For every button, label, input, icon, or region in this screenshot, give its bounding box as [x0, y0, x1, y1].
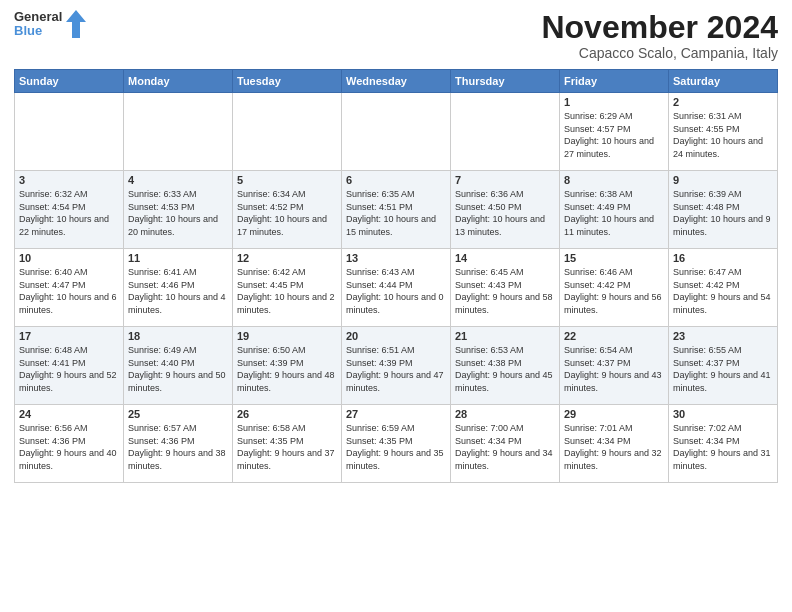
header-monday: Monday [124, 70, 233, 93]
day-info: Sunrise: 6:51 AMSunset: 4:39 PMDaylight:… [346, 345, 444, 393]
day-info: Sunrise: 6:58 AMSunset: 4:35 PMDaylight:… [237, 423, 335, 471]
day-number: 4 [128, 174, 228, 186]
calendar-day-cell [342, 93, 451, 171]
calendar-day-cell: 8 Sunrise: 6:38 AMSunset: 4:49 PMDayligh… [560, 171, 669, 249]
calendar-day-cell [451, 93, 560, 171]
calendar-day-cell: 25 Sunrise: 6:57 AMSunset: 4:36 PMDaylig… [124, 405, 233, 483]
day-number: 27 [346, 408, 446, 420]
calendar-day-cell: 14 Sunrise: 6:45 AMSunset: 4:43 PMDaylig… [451, 249, 560, 327]
calendar-day-cell: 27 Sunrise: 6:59 AMSunset: 4:35 PMDaylig… [342, 405, 451, 483]
day-number: 9 [673, 174, 773, 186]
calendar-day-cell [124, 93, 233, 171]
day-number: 17 [19, 330, 119, 342]
header-saturday: Saturday [669, 70, 778, 93]
calendar-week-row: 17 Sunrise: 6:48 AMSunset: 4:41 PMDaylig… [15, 327, 778, 405]
logo-triangle-icon [66, 10, 86, 38]
calendar-day-cell: 1 Sunrise: 6:29 AMSunset: 4:57 PMDayligh… [560, 93, 669, 171]
weekday-header-row: Sunday Monday Tuesday Wednesday Thursday… [15, 70, 778, 93]
day-info: Sunrise: 6:57 AMSunset: 4:36 PMDaylight:… [128, 423, 226, 471]
day-info: Sunrise: 6:31 AMSunset: 4:55 PMDaylight:… [673, 111, 763, 159]
calendar-day-cell: 30 Sunrise: 7:02 AMSunset: 4:34 PMDaylig… [669, 405, 778, 483]
calendar-day-cell: 28 Sunrise: 7:00 AMSunset: 4:34 PMDaylig… [451, 405, 560, 483]
day-info: Sunrise: 6:42 AMSunset: 4:45 PMDaylight:… [237, 267, 335, 315]
calendar-week-row: 24 Sunrise: 6:56 AMSunset: 4:36 PMDaylig… [15, 405, 778, 483]
calendar-day-cell: 18 Sunrise: 6:49 AMSunset: 4:40 PMDaylig… [124, 327, 233, 405]
month-title: November 2024 [541, 10, 778, 45]
day-info: Sunrise: 6:40 AMSunset: 4:47 PMDaylight:… [19, 267, 117, 315]
calendar-day-cell: 10 Sunrise: 6:40 AMSunset: 4:47 PMDaylig… [15, 249, 124, 327]
calendar-day-cell: 17 Sunrise: 6:48 AMSunset: 4:41 PMDaylig… [15, 327, 124, 405]
day-number: 8 [564, 174, 664, 186]
calendar-week-row: 10 Sunrise: 6:40 AMSunset: 4:47 PMDaylig… [15, 249, 778, 327]
calendar-day-cell: 13 Sunrise: 6:43 AMSunset: 4:44 PMDaylig… [342, 249, 451, 327]
day-number: 11 [128, 252, 228, 264]
day-number: 3 [19, 174, 119, 186]
day-number: 23 [673, 330, 773, 342]
day-info: Sunrise: 6:43 AMSunset: 4:44 PMDaylight:… [346, 267, 444, 315]
day-number: 28 [455, 408, 555, 420]
day-info: Sunrise: 6:46 AMSunset: 4:42 PMDaylight:… [564, 267, 662, 315]
calendar-day-cell: 26 Sunrise: 6:58 AMSunset: 4:35 PMDaylig… [233, 405, 342, 483]
header-thursday: Thursday [451, 70, 560, 93]
calendar-day-cell: 20 Sunrise: 6:51 AMSunset: 4:39 PMDaylig… [342, 327, 451, 405]
calendar-day-cell: 12 Sunrise: 6:42 AMSunset: 4:45 PMDaylig… [233, 249, 342, 327]
day-info: Sunrise: 6:47 AMSunset: 4:42 PMDaylight:… [673, 267, 771, 315]
svg-marker-0 [66, 10, 86, 38]
header-tuesday: Tuesday [233, 70, 342, 93]
calendar-day-cell: 4 Sunrise: 6:33 AMSunset: 4:53 PMDayligh… [124, 171, 233, 249]
title-block: November 2024 Capacco Scalo, Campania, I… [541, 10, 778, 61]
day-info: Sunrise: 6:53 AMSunset: 4:38 PMDaylight:… [455, 345, 553, 393]
day-info: Sunrise: 6:39 AMSunset: 4:48 PMDaylight:… [673, 189, 771, 237]
calendar-day-cell: 24 Sunrise: 6:56 AMSunset: 4:36 PMDaylig… [15, 405, 124, 483]
day-info: Sunrise: 6:33 AMSunset: 4:53 PMDaylight:… [128, 189, 218, 237]
page: General Blue November 2024 Capacco Scalo… [0, 0, 792, 612]
calendar-day-cell: 19 Sunrise: 6:50 AMSunset: 4:39 PMDaylig… [233, 327, 342, 405]
logo-general-text: General [14, 10, 62, 24]
calendar-day-cell: 22 Sunrise: 6:54 AMSunset: 4:37 PMDaylig… [560, 327, 669, 405]
day-number: 16 [673, 252, 773, 264]
calendar-day-cell: 7 Sunrise: 6:36 AMSunset: 4:50 PMDayligh… [451, 171, 560, 249]
calendar-day-cell: 23 Sunrise: 6:55 AMSunset: 4:37 PMDaylig… [669, 327, 778, 405]
header-sunday: Sunday [15, 70, 124, 93]
calendar-day-cell: 5 Sunrise: 6:34 AMSunset: 4:52 PMDayligh… [233, 171, 342, 249]
day-number: 22 [564, 330, 664, 342]
location-title: Capacco Scalo, Campania, Italy [541, 45, 778, 61]
day-number: 18 [128, 330, 228, 342]
day-number: 24 [19, 408, 119, 420]
calendar-day-cell: 29 Sunrise: 7:01 AMSunset: 4:34 PMDaylig… [560, 405, 669, 483]
calendar-day-cell: 2 Sunrise: 6:31 AMSunset: 4:55 PMDayligh… [669, 93, 778, 171]
day-info: Sunrise: 7:00 AMSunset: 4:34 PMDaylight:… [455, 423, 553, 471]
day-number: 15 [564, 252, 664, 264]
day-info: Sunrise: 7:02 AMSunset: 4:34 PMDaylight:… [673, 423, 771, 471]
day-info: Sunrise: 6:45 AMSunset: 4:43 PMDaylight:… [455, 267, 553, 315]
calendar-day-cell: 15 Sunrise: 6:46 AMSunset: 4:42 PMDaylig… [560, 249, 669, 327]
logo-blue-text: Blue [14, 24, 62, 38]
header-wednesday: Wednesday [342, 70, 451, 93]
day-number: 26 [237, 408, 337, 420]
logo: General Blue [14, 10, 86, 39]
day-info: Sunrise: 6:56 AMSunset: 4:36 PMDaylight:… [19, 423, 117, 471]
header: General Blue November 2024 Capacco Scalo… [14, 10, 778, 61]
day-info: Sunrise: 6:50 AMSunset: 4:39 PMDaylight:… [237, 345, 335, 393]
day-info: Sunrise: 6:35 AMSunset: 4:51 PMDaylight:… [346, 189, 436, 237]
day-number: 29 [564, 408, 664, 420]
calendar-day-cell: 11 Sunrise: 6:41 AMSunset: 4:46 PMDaylig… [124, 249, 233, 327]
calendar-week-row: 1 Sunrise: 6:29 AMSunset: 4:57 PMDayligh… [15, 93, 778, 171]
day-info: Sunrise: 6:54 AMSunset: 4:37 PMDaylight:… [564, 345, 662, 393]
day-info: Sunrise: 6:48 AMSunset: 4:41 PMDaylight:… [19, 345, 117, 393]
calendar-day-cell: 6 Sunrise: 6:35 AMSunset: 4:51 PMDayligh… [342, 171, 451, 249]
day-info: Sunrise: 6:38 AMSunset: 4:49 PMDaylight:… [564, 189, 654, 237]
calendar-day-cell [15, 93, 124, 171]
day-info: Sunrise: 6:55 AMSunset: 4:37 PMDaylight:… [673, 345, 771, 393]
day-info: Sunrise: 6:59 AMSunset: 4:35 PMDaylight:… [346, 423, 444, 471]
calendar-table: Sunday Monday Tuesday Wednesday Thursday… [14, 69, 778, 483]
day-info: Sunrise: 6:36 AMSunset: 4:50 PMDaylight:… [455, 189, 545, 237]
day-number: 21 [455, 330, 555, 342]
day-info: Sunrise: 6:29 AMSunset: 4:57 PMDaylight:… [564, 111, 654, 159]
day-number: 20 [346, 330, 446, 342]
calendar-day-cell [233, 93, 342, 171]
day-number: 10 [19, 252, 119, 264]
header-friday: Friday [560, 70, 669, 93]
calendar-day-cell: 9 Sunrise: 6:39 AMSunset: 4:48 PMDayligh… [669, 171, 778, 249]
calendar-day-cell: 21 Sunrise: 6:53 AMSunset: 4:38 PMDaylig… [451, 327, 560, 405]
